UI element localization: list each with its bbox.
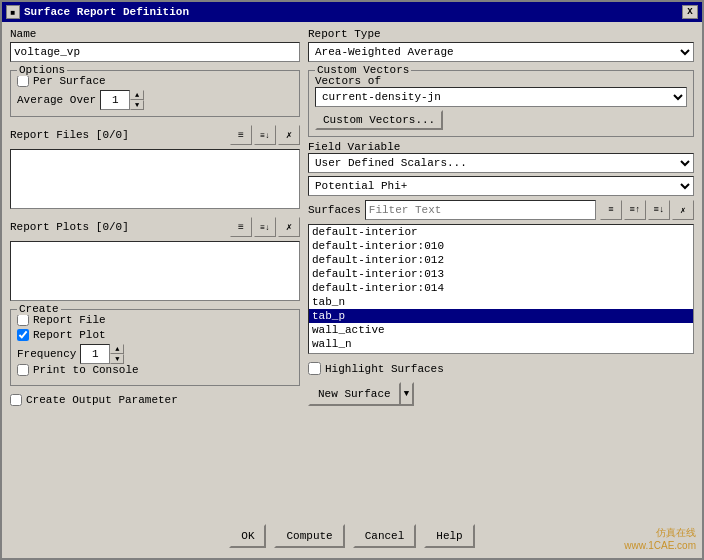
field-variable-section: Field Variable User Defined Scalars... P…: [308, 141, 694, 196]
surfaces-label: Surfaces: [308, 204, 361, 216]
main-window: ■ Surface Report Definition X Name Repor…: [0, 0, 704, 560]
report-plots-toolbar: ≡ ≡↓ ✗: [230, 217, 300, 237]
report-plots-label: Report Plots [0/0]: [10, 221, 129, 233]
list-item[interactable]: tab_p: [309, 309, 693, 323]
print-console-row: Print to Console: [17, 364, 293, 376]
field-variable-select1[interactable]: User Defined Scalars...: [308, 153, 694, 173]
right-column: Custom Vectors Vectors of current-densit…: [308, 66, 694, 514]
list-item[interactable]: default-interior: [309, 225, 693, 239]
list-item[interactable]: wall_p: [309, 351, 693, 354]
surfaces-btn3[interactable]: ≡↓: [648, 200, 670, 220]
report-files-load-btn[interactable]: ≡↓: [254, 125, 276, 145]
highlight-checkbox[interactable]: [308, 362, 321, 375]
per-surface-checkbox[interactable]: [17, 75, 29, 87]
vectors-of-select[interactable]: current-density-jn: [315, 87, 687, 107]
spinner-down[interactable]: ▼: [130, 100, 144, 110]
cancel-button[interactable]: Cancel: [353, 524, 417, 548]
report-files-save-btn[interactable]: ≡: [230, 125, 252, 145]
main-content: Name Report Type Area-Weighted Average O…: [2, 22, 702, 558]
create-output-row: Create Output Parameter: [10, 394, 300, 406]
report-files-label: Report Files [0/0]: [10, 129, 129, 141]
left-column: Options Per Surface Average Over ▲ ▼: [10, 66, 300, 514]
spinner-up[interactable]: ▲: [130, 90, 144, 100]
compute-button[interactable]: Compute: [274, 524, 344, 548]
report-files-header: Report Files [0/0] ≡ ≡↓ ✗: [10, 125, 300, 145]
print-console-checkbox[interactable]: [17, 364, 29, 376]
field-variable-label: Field Variable: [308, 141, 400, 153]
main-body: Options Per Surface Average Over ▲ ▼: [10, 66, 694, 514]
new-surface-btn[interactable]: New Surface: [308, 382, 401, 406]
list-item[interactable]: default-interior:014: [309, 281, 693, 295]
report-file-label: Report File: [33, 314, 106, 326]
name-section: Name: [10, 28, 300, 62]
report-file-checkbox[interactable]: [17, 314, 29, 326]
new-surface-row: New Surface ▼: [308, 382, 694, 406]
avg-over-label: Average Over: [17, 94, 96, 106]
report-type-select[interactable]: Area-Weighted Average: [308, 42, 694, 62]
window-icon: ■: [6, 5, 20, 19]
name-label: Name: [10, 28, 300, 40]
custom-vectors-title: Custom Vectors: [315, 64, 411, 76]
list-item[interactable]: tab_n: [309, 295, 693, 309]
list-item[interactable]: default-interior:012: [309, 253, 693, 267]
list-item[interactable]: wall_active: [309, 323, 693, 337]
list-item[interactable]: default-interior:013: [309, 267, 693, 281]
list-item[interactable]: wall_n: [309, 337, 693, 351]
vectors-of-label: Vectors of: [315, 75, 381, 87]
surfaces-filter-row: Surfaces ≡ ≡↑ ≡↓ ✗: [308, 200, 694, 220]
name-input[interactable]: [10, 42, 300, 62]
options-title: Options: [17, 64, 67, 76]
report-files-list[interactable]: [10, 149, 300, 209]
report-plot-label: Report Plot: [33, 329, 106, 341]
new-surface-dropdown[interactable]: ▼: [401, 382, 414, 406]
watermark: 仿真在线 www.1CAE.com: [624, 526, 696, 552]
create-group: Create Report File Report Plot Frequency: [10, 309, 300, 386]
window-title: Surface Report Definition: [24, 6, 189, 18]
create-output-checkbox[interactable]: [10, 394, 22, 406]
frequency-spinner: ▲ ▼: [80, 344, 124, 364]
surfaces-filter-input[interactable]: [365, 200, 596, 220]
surfaces-btn2[interactable]: ≡↑: [624, 200, 646, 220]
highlight-label: Highlight Surfaces: [325, 363, 444, 375]
avg-over-input[interactable]: [100, 90, 130, 110]
report-plots-header: Report Plots [0/0] ≡ ≡↓ ✗: [10, 217, 300, 237]
avg-over-spinner: ▲ ▼: [100, 90, 144, 110]
per-surface-row: Per Surface: [17, 75, 293, 87]
freq-spinner-down[interactable]: ▼: [110, 354, 124, 364]
custom-vectors-group: Custom Vectors Vectors of current-densit…: [308, 70, 694, 137]
report-plots-delete-btn[interactable]: ✗: [278, 217, 300, 237]
surfaces-btn1[interactable]: ≡: [600, 200, 622, 220]
report-plot-checkbox[interactable]: [17, 329, 29, 341]
help-button[interactable]: Help: [424, 524, 474, 548]
report-plots-list[interactable]: [10, 241, 300, 301]
report-plots-save-btn[interactable]: ≡: [230, 217, 252, 237]
report-file-row: Report File: [17, 314, 293, 326]
report-type-label: Report Type: [308, 28, 694, 40]
surfaces-btn4[interactable]: ✗: [672, 200, 694, 220]
frequency-input[interactable]: [80, 344, 110, 364]
surfaces-list[interactable]: default-interiordefault-interior:010defa…: [308, 224, 694, 354]
report-type-section: Report Type Area-Weighted Average: [308, 28, 694, 62]
custom-vectors-btn[interactable]: Custom Vectors...: [315, 110, 443, 130]
create-title: Create: [17, 303, 61, 315]
print-console-label: Print to Console: [33, 364, 139, 376]
options-group: Options Per Surface Average Over ▲ ▼: [10, 70, 300, 117]
frequency-row: Frequency ▲ ▼: [17, 344, 293, 364]
report-files-toolbar: ≡ ≡↓ ✗: [230, 125, 300, 145]
top-row: Name Report Type Area-Weighted Average: [10, 28, 694, 62]
watermark-line2: www.1CAE.com: [624, 539, 696, 552]
title-bar: ■ Surface Report Definition X: [2, 2, 702, 22]
report-plot-row: Report Plot: [17, 329, 293, 341]
create-output-label: Create Output Parameter: [26, 394, 178, 406]
bottom-buttons: OK Compute Cancel Help: [10, 518, 694, 552]
avg-over-row: Average Over ▲ ▼: [17, 90, 293, 110]
frequency-label: Frequency: [17, 348, 76, 360]
report-plots-load-btn[interactable]: ≡↓: [254, 217, 276, 237]
close-button[interactable]: X: [682, 5, 698, 19]
report-files-delete-btn[interactable]: ✗: [278, 125, 300, 145]
list-item[interactable]: default-interior:010: [309, 239, 693, 253]
field-variable-select2[interactable]: Potential Phi+: [308, 176, 694, 196]
ok-button[interactable]: OK: [229, 524, 266, 548]
freq-spinner-up[interactable]: ▲: [110, 344, 124, 354]
highlight-row: Highlight Surfaces: [308, 362, 694, 375]
